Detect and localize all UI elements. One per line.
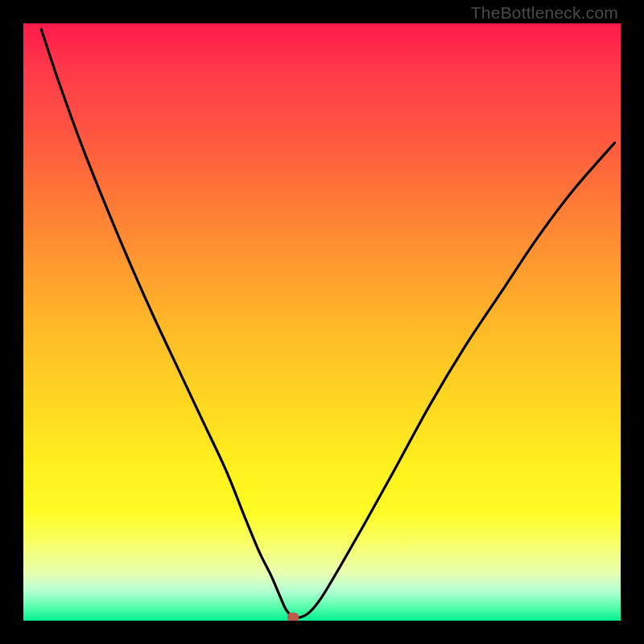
minimum-marker xyxy=(287,613,299,621)
chart-frame: TheBottleneck.com xyxy=(0,0,644,644)
curve-svg xyxy=(23,23,621,621)
bottleneck-curve xyxy=(41,29,614,617)
watermark-text: TheBottleneck.com xyxy=(471,3,618,23)
plot-area xyxy=(23,23,621,621)
